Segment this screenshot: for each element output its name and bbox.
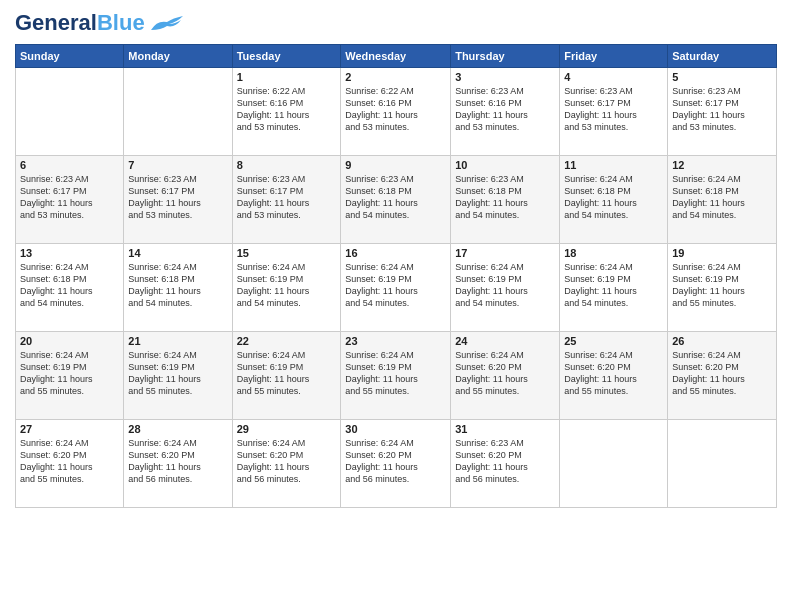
day-number: 14 [128,247,227,259]
day-number: 2 [345,71,446,83]
day-header-saturday: Saturday [668,45,777,68]
calendar-cell: 28Sunrise: 6:24 AM Sunset: 6:20 PM Dayli… [124,420,232,508]
day-number: 10 [455,159,555,171]
day-number: 20 [20,335,119,347]
day-detail: Sunrise: 6:24 AM Sunset: 6:20 PM Dayligh… [20,437,119,486]
day-number: 1 [237,71,337,83]
calendar-cell: 10Sunrise: 6:23 AM Sunset: 6:18 PM Dayli… [451,156,560,244]
calendar-cell: 23Sunrise: 6:24 AM Sunset: 6:19 PM Dayli… [341,332,451,420]
day-detail: Sunrise: 6:24 AM Sunset: 6:19 PM Dayligh… [237,261,337,310]
day-detail: Sunrise: 6:23 AM Sunset: 6:20 PM Dayligh… [455,437,555,486]
day-number: 9 [345,159,446,171]
calendar-cell: 6Sunrise: 6:23 AM Sunset: 6:17 PM Daylig… [16,156,124,244]
calendar-cell: 18Sunrise: 6:24 AM Sunset: 6:19 PM Dayli… [560,244,668,332]
calendar-cell: 22Sunrise: 6:24 AM Sunset: 6:19 PM Dayli… [232,332,341,420]
day-number: 11 [564,159,663,171]
day-detail: Sunrise: 6:24 AM Sunset: 6:19 PM Dayligh… [20,349,119,398]
day-detail: Sunrise: 6:23 AM Sunset: 6:17 PM Dayligh… [237,173,337,222]
day-number: 27 [20,423,119,435]
day-number: 30 [345,423,446,435]
day-number: 29 [237,423,337,435]
day-detail: Sunrise: 6:24 AM Sunset: 6:19 PM Dayligh… [672,261,772,310]
day-number: 25 [564,335,663,347]
calendar-cell: 26Sunrise: 6:24 AM Sunset: 6:20 PM Dayli… [668,332,777,420]
day-number: 4 [564,71,663,83]
calendar-week-3: 13Sunrise: 6:24 AM Sunset: 6:18 PM Dayli… [16,244,777,332]
day-number: 31 [455,423,555,435]
day-detail: Sunrise: 6:24 AM Sunset: 6:20 PM Dayligh… [564,349,663,398]
day-number: 23 [345,335,446,347]
calendar-cell: 27Sunrise: 6:24 AM Sunset: 6:20 PM Dayli… [16,420,124,508]
calendar-cell: 1Sunrise: 6:22 AM Sunset: 6:16 PM Daylig… [232,68,341,156]
calendar-cell: 8Sunrise: 6:23 AM Sunset: 6:17 PM Daylig… [232,156,341,244]
calendar-cell: 9Sunrise: 6:23 AM Sunset: 6:18 PM Daylig… [341,156,451,244]
day-detail: Sunrise: 6:22 AM Sunset: 6:16 PM Dayligh… [237,85,337,134]
day-detail: Sunrise: 6:24 AM Sunset: 6:20 PM Dayligh… [672,349,772,398]
calendar-cell: 3Sunrise: 6:23 AM Sunset: 6:16 PM Daylig… [451,68,560,156]
day-number: 12 [672,159,772,171]
calendar-cell: 29Sunrise: 6:24 AM Sunset: 6:20 PM Dayli… [232,420,341,508]
calendar-cell: 14Sunrise: 6:24 AM Sunset: 6:18 PM Dayli… [124,244,232,332]
day-detail: Sunrise: 6:24 AM Sunset: 6:19 PM Dayligh… [128,349,227,398]
day-detail: Sunrise: 6:24 AM Sunset: 6:19 PM Dayligh… [237,349,337,398]
day-detail: Sunrise: 6:24 AM Sunset: 6:19 PM Dayligh… [455,261,555,310]
day-number: 16 [345,247,446,259]
day-detail: Sunrise: 6:22 AM Sunset: 6:16 PM Dayligh… [345,85,446,134]
calendar-cell: 17Sunrise: 6:24 AM Sunset: 6:19 PM Dayli… [451,244,560,332]
calendar-cell: 5Sunrise: 6:23 AM Sunset: 6:17 PM Daylig… [668,68,777,156]
calendar-week-4: 20Sunrise: 6:24 AM Sunset: 6:19 PM Dayli… [16,332,777,420]
calendar-cell: 4Sunrise: 6:23 AM Sunset: 6:17 PM Daylig… [560,68,668,156]
day-number: 6 [20,159,119,171]
day-header-friday: Friday [560,45,668,68]
calendar-cell: 21Sunrise: 6:24 AM Sunset: 6:19 PM Dayli… [124,332,232,420]
day-number: 8 [237,159,337,171]
day-header-thursday: Thursday [451,45,560,68]
day-number: 18 [564,247,663,259]
calendar-cell: 30Sunrise: 6:24 AM Sunset: 6:20 PM Dayli… [341,420,451,508]
day-detail: Sunrise: 6:24 AM Sunset: 6:20 PM Dayligh… [237,437,337,486]
logo-text: GeneralBlue [15,10,145,36]
calendar-cell: 25Sunrise: 6:24 AM Sunset: 6:20 PM Dayli… [560,332,668,420]
calendar-week-1: 1Sunrise: 6:22 AM Sunset: 6:16 PM Daylig… [16,68,777,156]
day-detail: Sunrise: 6:23 AM Sunset: 6:16 PM Dayligh… [455,85,555,134]
calendar-table: SundayMondayTuesdayWednesdayThursdayFrid… [15,44,777,508]
day-header-tuesday: Tuesday [232,45,341,68]
day-detail: Sunrise: 6:24 AM Sunset: 6:18 PM Dayligh… [672,173,772,222]
calendar-cell: 13Sunrise: 6:24 AM Sunset: 6:18 PM Dayli… [16,244,124,332]
day-detail: Sunrise: 6:24 AM Sunset: 6:19 PM Dayligh… [564,261,663,310]
day-detail: Sunrise: 6:23 AM Sunset: 6:17 PM Dayligh… [128,173,227,222]
day-detail: Sunrise: 6:24 AM Sunset: 6:19 PM Dayligh… [345,349,446,398]
calendar-cell: 11Sunrise: 6:24 AM Sunset: 6:18 PM Dayli… [560,156,668,244]
day-number: 7 [128,159,227,171]
calendar-cell: 15Sunrise: 6:24 AM Sunset: 6:19 PM Dayli… [232,244,341,332]
day-number: 15 [237,247,337,259]
calendar-cell: 31Sunrise: 6:23 AM Sunset: 6:20 PM Dayli… [451,420,560,508]
logo-bird-icon [149,12,185,34]
day-detail: Sunrise: 6:24 AM Sunset: 6:19 PM Dayligh… [345,261,446,310]
day-number: 21 [128,335,227,347]
day-number: 19 [672,247,772,259]
day-number: 24 [455,335,555,347]
day-number: 13 [20,247,119,259]
calendar-cell: 12Sunrise: 6:24 AM Sunset: 6:18 PM Dayli… [668,156,777,244]
day-detail: Sunrise: 6:23 AM Sunset: 6:18 PM Dayligh… [455,173,555,222]
day-header-sunday: Sunday [16,45,124,68]
calendar-cell [668,420,777,508]
day-detail: Sunrise: 6:24 AM Sunset: 6:20 PM Dayligh… [455,349,555,398]
calendar-cell [124,68,232,156]
calendar-cell [16,68,124,156]
calendar-cell: 2Sunrise: 6:22 AM Sunset: 6:16 PM Daylig… [341,68,451,156]
day-number: 28 [128,423,227,435]
day-number: 3 [455,71,555,83]
day-detail: Sunrise: 6:24 AM Sunset: 6:18 PM Dayligh… [20,261,119,310]
day-detail: Sunrise: 6:23 AM Sunset: 6:18 PM Dayligh… [345,173,446,222]
calendar-week-2: 6Sunrise: 6:23 AM Sunset: 6:17 PM Daylig… [16,156,777,244]
calendar-cell: 20Sunrise: 6:24 AM Sunset: 6:19 PM Dayli… [16,332,124,420]
day-number: 5 [672,71,772,83]
day-detail: Sunrise: 6:23 AM Sunset: 6:17 PM Dayligh… [564,85,663,134]
calendar-cell: 19Sunrise: 6:24 AM Sunset: 6:19 PM Dayli… [668,244,777,332]
day-header-wednesday: Wednesday [341,45,451,68]
day-number: 17 [455,247,555,259]
calendar-week-5: 27Sunrise: 6:24 AM Sunset: 6:20 PM Dayli… [16,420,777,508]
day-number: 22 [237,335,337,347]
